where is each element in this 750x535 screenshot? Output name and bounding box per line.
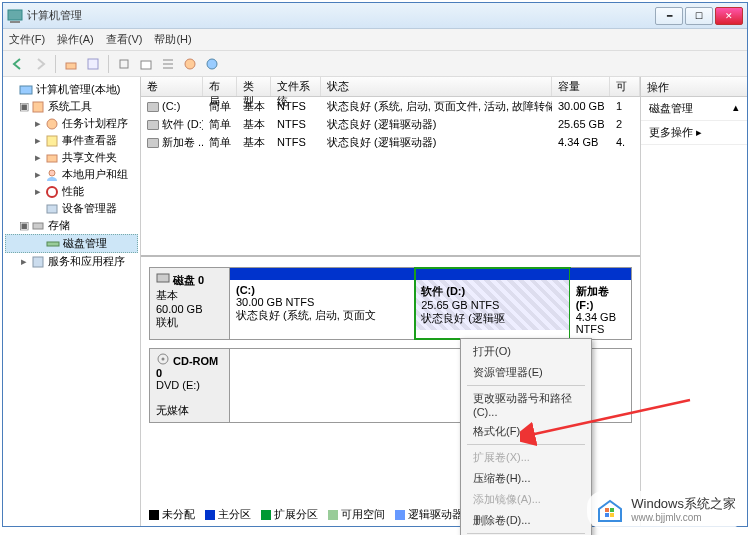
svg-rect-9 bbox=[33, 102, 43, 112]
close-button[interactable]: ✕ bbox=[715, 7, 743, 25]
maximize-button[interactable]: ☐ bbox=[685, 7, 713, 25]
collapse-icon: ▴ bbox=[733, 101, 739, 116]
up-icon[interactable] bbox=[62, 55, 80, 73]
ctx-shrink[interactable]: 压缩卷(H)... bbox=[463, 468, 589, 489]
ctx-open[interactable]: 打开(O) bbox=[463, 341, 589, 362]
disk-icon bbox=[156, 272, 170, 284]
actions-more[interactable]: 更多操作 ▸ bbox=[641, 121, 747, 145]
export-icon[interactable] bbox=[137, 55, 155, 73]
volume-row[interactable]: 新加卷 ... 简单 基本 NTFS 状态良好 (逻辑驱动器) 4.34 GB … bbox=[141, 133, 640, 151]
col-fs[interactable]: 文件系统 bbox=[271, 77, 321, 96]
legend: 未分配 主分区 扩展分区 可用空间 逻辑驱动器 bbox=[149, 507, 463, 522]
svg-rect-23 bbox=[605, 508, 609, 512]
svg-rect-12 bbox=[47, 155, 57, 162]
col-free[interactable]: 可 bbox=[610, 77, 640, 96]
svg-rect-15 bbox=[47, 205, 57, 213]
partition-d[interactable]: 软件 (D:) 25.65 GB NTFS 状态良好 (逻辑驱 bbox=[415, 268, 569, 339]
tree-eventviewer[interactable]: ▸事件查看器 bbox=[5, 132, 138, 149]
context-menu: 打开(O) 资源管理器(E) 更改驱动器号和路径(C)... 格式化(F)...… bbox=[460, 338, 592, 535]
col-volume[interactable]: 卷 bbox=[141, 77, 203, 96]
svg-rect-11 bbox=[47, 136, 57, 146]
props-icon[interactable] bbox=[84, 55, 102, 73]
menu-action[interactable]: 操作(A) bbox=[57, 32, 94, 47]
content-area: 计算机管理(本地) ▣系统工具 ▸任务计划程序 ▸事件查看器 ▸共享文件夹 ▸本… bbox=[3, 77, 747, 526]
toolbar bbox=[3, 51, 747, 77]
tree-root[interactable]: 计算机管理(本地) bbox=[5, 81, 138, 98]
back-icon[interactable] bbox=[9, 55, 27, 73]
col-status[interactable]: 状态 bbox=[321, 77, 552, 96]
ctx-separator bbox=[467, 533, 585, 534]
col-layout[interactable]: 布局 bbox=[203, 77, 237, 96]
svg-point-14 bbox=[47, 187, 57, 197]
drive-icon bbox=[147, 120, 159, 130]
forward-icon[interactable] bbox=[31, 55, 49, 73]
col-type[interactable]: 类型 bbox=[237, 77, 271, 96]
watermark: Windows系统之家 www.bjjmlv.com bbox=[587, 491, 744, 529]
ctx-separator bbox=[467, 385, 585, 386]
list-icon[interactable] bbox=[159, 55, 177, 73]
disk-0-label[interactable]: 磁盘 0 基本 60.00 GB 联机 bbox=[150, 268, 230, 339]
tree-systools[interactable]: ▣系统工具 bbox=[5, 98, 138, 115]
tree-devmgr[interactable]: 设备管理器 bbox=[5, 200, 138, 217]
svg-rect-17 bbox=[47, 242, 59, 246]
watermark-url: www.bjjmlv.com bbox=[631, 512, 736, 523]
tree-sidebar: 计算机管理(本地) ▣系统工具 ▸任务计划程序 ▸事件查看器 ▸共享文件夹 ▸本… bbox=[3, 77, 141, 526]
ctx-change-letter[interactable]: 更改驱动器号和路径(C)... bbox=[463, 388, 589, 421]
svg-rect-0 bbox=[8, 10, 22, 20]
partition-f[interactable]: 新加卷 (F:) 4.34 GB NTFS bbox=[570, 268, 631, 339]
actions-header: 操作 bbox=[641, 77, 747, 97]
partition-header bbox=[415, 268, 568, 280]
settings-icon[interactable] bbox=[203, 55, 221, 73]
main-area: 卷 布局 类型 文件系统 状态 容量 可 (C:) 简单 基本 NTFS 状态良… bbox=[141, 77, 747, 526]
svg-rect-25 bbox=[605, 513, 609, 517]
svg-rect-8 bbox=[20, 86, 32, 94]
tree-storage[interactable]: ▣存储 bbox=[5, 217, 138, 234]
menu-help[interactable]: 帮助(H) bbox=[154, 32, 191, 47]
volume-row[interactable]: (C:) 简单 基本 NTFS 状态良好 (系统, 启动, 页面文件, 活动, … bbox=[141, 97, 640, 115]
app-window: 计算机管理 ━ ☐ ✕ 文件(F) 操作(A) 查看(V) 帮助(H) 计算机管… bbox=[2, 2, 748, 527]
chevron-right-icon: ▸ bbox=[696, 126, 702, 138]
drive-icon bbox=[147, 102, 159, 112]
partition-c[interactable]: (C:) 30.00 GB NTFS 状态良好 (系统, 启动, 页面文 bbox=[230, 268, 415, 339]
ctx-extend: 扩展卷(X)... bbox=[463, 447, 589, 468]
drive-icon bbox=[147, 138, 159, 148]
minimize-button[interactable]: ━ bbox=[655, 7, 683, 25]
ctx-delete[interactable]: 删除卷(D)... bbox=[463, 510, 589, 531]
tree-services[interactable]: ▸服务和应用程序 bbox=[5, 253, 138, 270]
svg-point-21 bbox=[162, 358, 165, 361]
actions-pane: 操作 磁盘管理▴ 更多操作 ▸ bbox=[641, 77, 747, 526]
disk-0-partitions: (C:) 30.00 GB NTFS 状态良好 (系统, 启动, 页面文 软件 … bbox=[230, 268, 631, 339]
svg-rect-1 bbox=[10, 21, 20, 23]
actions-section-title[interactable]: 磁盘管理▴ bbox=[641, 97, 747, 121]
refresh-icon[interactable] bbox=[115, 55, 133, 73]
svg-rect-19 bbox=[157, 274, 169, 282]
tree-perf[interactable]: ▸性能 bbox=[5, 183, 138, 200]
help-icon[interactable] bbox=[181, 55, 199, 73]
partition-header bbox=[570, 268, 631, 280]
menu-view[interactable]: 查看(V) bbox=[106, 32, 143, 47]
svg-point-6 bbox=[185, 59, 195, 69]
cdrom-label[interactable]: CD-ROM 0 DVD (E:) 无媒体 bbox=[150, 349, 230, 422]
tree-diskmgmt[interactable]: 磁盘管理 bbox=[5, 234, 138, 253]
ctx-format[interactable]: 格式化(F)... bbox=[463, 421, 589, 442]
volume-row[interactable]: 软件 (D:) 简单 基本 NTFS 状态良好 (逻辑驱动器) 25.65 GB… bbox=[141, 115, 640, 133]
menu-file[interactable]: 文件(F) bbox=[9, 32, 45, 47]
tree-shared[interactable]: ▸共享文件夹 bbox=[5, 149, 138, 166]
disk-0-row: 磁盘 0 基本 60.00 GB 联机 (C:) 30.00 GB NTFS bbox=[149, 267, 632, 340]
window-title: 计算机管理 bbox=[27, 8, 655, 23]
svg-point-7 bbox=[207, 59, 217, 69]
volume-list-header: 卷 布局 类型 文件系统 状态 容量 可 bbox=[141, 77, 640, 97]
cdrom-icon bbox=[156, 353, 170, 365]
tree-tasksched[interactable]: ▸任务计划程序 bbox=[5, 115, 138, 132]
svg-rect-18 bbox=[33, 257, 43, 267]
col-capacity[interactable]: 容量 bbox=[552, 77, 610, 96]
svg-rect-4 bbox=[120, 60, 128, 68]
svg-rect-3 bbox=[88, 59, 98, 69]
watermark-text: Windows系统之家 bbox=[631, 497, 736, 511]
menubar: 文件(F) 操作(A) 查看(V) 帮助(H) bbox=[3, 29, 747, 51]
svg-rect-5 bbox=[141, 61, 151, 69]
svg-rect-26 bbox=[610, 513, 614, 517]
volume-list: 卷 布局 类型 文件系统 状态 容量 可 (C:) 简单 基本 NTFS 状态良… bbox=[141, 77, 640, 257]
ctx-explorer[interactable]: 资源管理器(E) bbox=[463, 362, 589, 383]
tree-users[interactable]: ▸本地用户和组 bbox=[5, 166, 138, 183]
